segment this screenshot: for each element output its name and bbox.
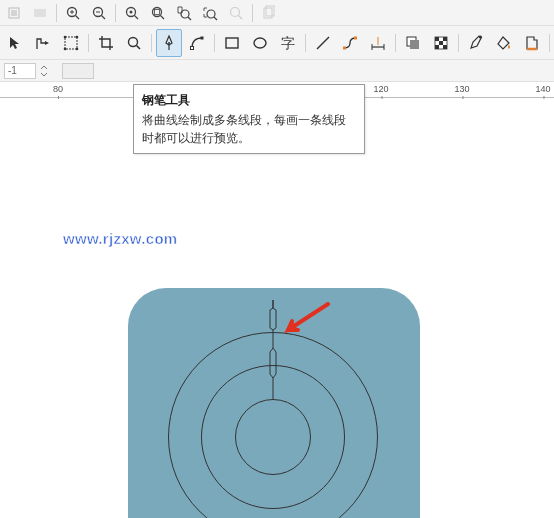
ruler-tick: 140 (535, 84, 550, 94)
red-arrow-annotation (280, 300, 330, 340)
svg-point-28 (76, 47, 79, 50)
rectangle-tool-icon[interactable] (219, 29, 245, 57)
zoom-in-icon[interactable] (61, 2, 85, 24)
prop-field-b[interactable] (62, 63, 94, 79)
svg-line-21 (239, 15, 243, 19)
line-tool-icon[interactable] (310, 29, 336, 57)
svg-rect-24 (65, 37, 77, 49)
transparency-icon[interactable] (428, 29, 454, 57)
rounded-square-shape (128, 288, 420, 518)
separator (395, 34, 396, 52)
ruler-tick: 130 (454, 84, 469, 94)
svg-rect-40 (354, 36, 357, 39)
guides-btn[interactable] (28, 2, 52, 24)
svg-rect-50 (439, 41, 443, 45)
svg-point-13 (153, 7, 162, 16)
svg-line-30 (136, 45, 140, 49)
svg-point-12 (130, 10, 133, 13)
prop-field-a[interactable]: -1 (4, 63, 36, 79)
fill-tool-icon[interactable] (491, 29, 517, 57)
free-transform-icon[interactable] (58, 29, 84, 57)
connector-tool-icon[interactable] (337, 29, 363, 57)
svg-rect-1 (11, 10, 17, 16)
zoom-fit-icon[interactable] (146, 2, 170, 24)
shape-tool-icon[interactable] (184, 29, 210, 57)
ellipse-tool-icon[interactable] (247, 29, 273, 57)
svg-text:字: 字 (281, 36, 295, 51)
view-toolbar (0, 0, 554, 26)
svg-point-29 (128, 37, 137, 46)
svg-line-4 (76, 15, 80, 19)
pick-tool-icon[interactable] (2, 29, 28, 57)
svg-rect-48 (435, 37, 439, 41)
svg-line-11 (135, 15, 139, 19)
svg-line-17 (188, 17, 191, 20)
outline-tool-icon[interactable] (519, 29, 545, 57)
ruler-tick: 120 (373, 84, 388, 94)
crop-tool-icon[interactable] (93, 29, 119, 57)
zoom-tool-icon[interactable] (121, 29, 147, 57)
freehand-pick-icon[interactable] (30, 29, 56, 57)
svg-point-53 (479, 35, 482, 38)
svg-line-19 (214, 17, 217, 20)
pen-tool-icon[interactable] (156, 29, 182, 57)
separator (214, 34, 215, 52)
svg-point-26 (76, 35, 79, 38)
svg-rect-52 (443, 45, 447, 49)
svg-point-27 (64, 47, 67, 50)
svg-line-14 (161, 15, 165, 19)
svg-point-31 (168, 42, 170, 44)
text-tool-icon[interactable]: 字 (275, 29, 301, 57)
zoom-out-icon[interactable] (87, 2, 111, 24)
tooltip-title: 钢笔工具 (142, 91, 356, 109)
svg-rect-49 (443, 37, 447, 41)
watermark-url: www.rjzxw.com (63, 230, 177, 247)
svg-line-38 (317, 37, 329, 49)
copy-view-icon[interactable] (257, 2, 281, 24)
separator (549, 34, 550, 52)
separator (115, 4, 116, 22)
svg-point-36 (254, 38, 266, 48)
main-toolbox: 字 (0, 26, 554, 60)
svg-rect-39 (343, 46, 346, 49)
svg-rect-46 (410, 40, 419, 49)
svg-point-25 (64, 35, 67, 38)
svg-line-8 (102, 15, 106, 19)
zoom-all-icon[interactable] (198, 2, 222, 24)
ruler-tick: 80 (53, 84, 63, 94)
separator (458, 34, 459, 52)
inner-ring (235, 399, 311, 475)
separator (305, 34, 306, 52)
svg-point-20 (231, 7, 240, 16)
snap-btn[interactable] (2, 2, 26, 24)
svg-rect-2 (34, 9, 46, 17)
dimension-tool-icon[interactable] (365, 29, 391, 57)
zoom-page-icon[interactable] (172, 2, 196, 24)
separator (252, 4, 253, 22)
separator (56, 4, 57, 22)
svg-rect-51 (435, 45, 439, 49)
canvas[interactable] (0, 100, 554, 518)
svg-point-18 (207, 10, 215, 18)
drop-shadow-icon[interactable] (400, 29, 426, 57)
svg-rect-35 (226, 38, 238, 48)
zoom-selection-icon[interactable] (120, 2, 144, 24)
svg-rect-33 (190, 46, 193, 49)
svg-rect-34 (200, 36, 203, 39)
separator (151, 34, 152, 52)
spinner-icon[interactable] (40, 64, 48, 78)
eyedropper-icon[interactable] (463, 29, 489, 57)
pen-tool-tooltip: 钢笔工具 将曲线绘制成多条线段，每画一条线段时都可以进行预览。 (133, 84, 365, 154)
zoom-previous-icon[interactable] (224, 2, 248, 24)
tooltip-desc: 将曲线绘制成多条线段，每画一条线段时都可以进行预览。 (142, 111, 356, 147)
svg-rect-15 (155, 9, 160, 14)
separator (88, 34, 89, 52)
property-bar: -1 (0, 60, 554, 82)
